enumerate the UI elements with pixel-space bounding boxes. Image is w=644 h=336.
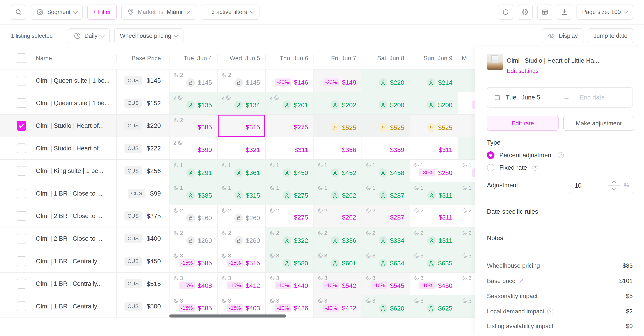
price-cell[interactable]: -20%$149 (314, 70, 362, 92)
partial-price-cell[interactable]: 2 (458, 227, 475, 250)
price-cell[interactable]: 1$262 (314, 182, 362, 205)
price-cell[interactable]: $315 (217, 115, 265, 137)
price-cell[interactable]: $200 (362, 92, 410, 114)
base-price-cell[interactable]: CUS$500 (116, 295, 169, 317)
partial-price-cell[interactable]: 2 (458, 205, 475, 227)
percent-adjustment-option[interactable]: Percent adjustment ? (487, 151, 564, 159)
day-header[interactable]: Sun, Jun 9 (410, 55, 458, 62)
partial-price-cell[interactable] (458, 137, 475, 160)
date-range-input[interactable]: Tue., June 5 → End date (487, 87, 633, 108)
price-cell[interactable]: 3-10%$422 (314, 295, 362, 317)
select-all-checkbox[interactable] (16, 53, 26, 63)
price-cell[interactable]: 3$634 (362, 250, 410, 272)
price-cell[interactable]: $202 (314, 92, 362, 114)
price-cell[interactable]: $214 (410, 70, 458, 92)
price-cell[interactable]: 3$625 (410, 295, 458, 317)
search-button[interactable] (11, 5, 26, 20)
price-cell[interactable]: -20%$146 (265, 70, 314, 92)
help-icon[interactable]: ? (558, 152, 564, 158)
price-cell[interactable]: $356 (314, 137, 362, 160)
end-date-placeholder[interactable]: End date (580, 94, 604, 101)
price-cell[interactable]: 2$311 (410, 227, 458, 250)
price-cell[interactable]: 2$260 (169, 205, 217, 227)
price-cell[interactable]: 2$336 (314, 227, 362, 250)
settings-button[interactable]: ⚙ (518, 5, 533, 20)
fixed-rate-option[interactable]: Fixed rate ? (487, 164, 538, 171)
price-cell[interactable]: 3-15%$315 (217, 250, 265, 272)
partial-price-cell[interactable] (458, 70, 475, 92)
price-cell[interactable]: 1$315 (217, 182, 265, 205)
price-cell[interactable]: 2$262 (314, 205, 362, 227)
base-price-cell[interactable]: CUS$256 (116, 160, 169, 182)
base-price-cell[interactable]: CUS$220 (116, 115, 169, 137)
listing-name-cell[interactable]: Olmi | 1 BR | Centrally... (0, 272, 116, 295)
price-cell[interactable]: 3-10%$450 (410, 272, 458, 295)
price-cell[interactable]: F$525 (410, 115, 458, 137)
price-cell[interactable]: 2$145 (217, 70, 265, 92)
price-cell[interactable]: $359 (362, 137, 410, 160)
price-cell[interactable]: 3$620 (362, 295, 410, 317)
make-adjustment-tab[interactable]: Make adjustment (563, 116, 634, 131)
start-date-value[interactable]: Tue., June 5 (506, 94, 540, 101)
stepper-down-button[interactable] (608, 186, 620, 193)
download-button[interactable] (557, 5, 572, 20)
listing-name-cell[interactable]: Olmi | Queen suite | 1 be... (0, 70, 116, 92)
base-price-cell[interactable]: CUS$222 (116, 137, 169, 160)
price-cell[interactable]: 2$275 (265, 205, 314, 227)
price-cell[interactable]: $275 (265, 115, 314, 137)
base-price-cell[interactable]: CUS$145 (116, 70, 169, 92)
date-specific-rules-section[interactable]: Date-specific rules (487, 208, 538, 215)
listing-name-cell[interactable]: Olmi | Studio | Heart of... (0, 137, 116, 160)
row-checkbox[interactable] (16, 143, 26, 153)
notes-section[interactable]: Notes (487, 234, 503, 242)
display-button[interactable]: Display (542, 28, 584, 44)
price-cell[interactable]: $311 (265, 137, 314, 160)
base-price-cell[interactable]: CUS$152 (116, 92, 169, 114)
partial-price-cell[interactable]: 3 (458, 250, 475, 272)
base-price-cell[interactable]: CUS$515 (116, 272, 169, 295)
base-price-cell[interactable]: CUS$450 (116, 250, 169, 272)
price-cell[interactable]: 3-10%$440 (265, 272, 314, 295)
jump-to-date-button[interactable]: Jump to date (588, 28, 633, 44)
edit-rate-tab[interactable]: Edit rate (487, 116, 558, 131)
price-cell[interactable]: 1$287 (362, 182, 410, 205)
price-cell[interactable]: 2$385 (169, 115, 217, 137)
partial-price-cell[interactable]: 3 (458, 272, 475, 295)
price-cell[interactable]: $220 (362, 70, 410, 92)
listing-name-cell[interactable]: Olmi | King suite | 1 be... (0, 160, 116, 182)
row-checkbox[interactable] (16, 166, 26, 176)
price-cell[interactable]: 1$450 (265, 160, 314, 182)
price-cell[interactable]: $321 (217, 137, 265, 160)
partial-price-cell[interactable]: 1 (458, 160, 475, 182)
price-cell[interactable]: 1$361 (217, 160, 265, 182)
price-cell[interactable]: 1$311 (410, 182, 458, 205)
price-cell[interactable]: $311 (410, 137, 458, 160)
day-header[interactable]: Fri, Jun 7 (314, 55, 362, 62)
price-cell[interactable]: F$525 (314, 115, 362, 137)
price-cell[interactable]: 3$635 (410, 250, 458, 272)
base-price-cell[interactable]: CUS$375 (116, 205, 169, 227)
price-cell[interactable]: 1$452 (314, 160, 362, 182)
help-icon[interactable]: ? (532, 165, 538, 171)
price-cell[interactable]: 2$145 (169, 70, 217, 92)
price-cell[interactable]: $200 (410, 92, 458, 114)
market-filter-chip[interactable]: Market is Miami × (121, 5, 196, 20)
price-cell[interactable]: 2$135 (169, 92, 217, 114)
base-price-cell[interactable]: CUS$400 (116, 227, 169, 250)
day-header[interactable]: Tue, Jun 4 (169, 55, 217, 62)
listing-name-cell[interactable]: Olmi | 1 BR | Centrally... (0, 295, 116, 317)
adjustment-value[interactable]: 10 (569, 178, 608, 193)
row-checkbox[interactable] (16, 121, 26, 131)
radio-unselected-icon[interactable] (487, 164, 494, 171)
granularity-dropdown[interactable]: Daily (68, 28, 110, 44)
price-cell[interactable]: 3-10%$545 (362, 272, 410, 295)
price-cell[interactable]: 2$260 (217, 205, 265, 227)
table-view-button[interactable] (537, 5, 552, 20)
price-cell[interactable]: F$525 (362, 115, 410, 137)
price-cell[interactable]: 2$201 (265, 92, 314, 114)
stepper-up-button[interactable] (608, 178, 620, 186)
horizontal-scrollbar[interactable] (169, 314, 286, 317)
price-cell[interactable]: 2$287 (362, 205, 410, 227)
price-cell[interactable]: 1-30%$280 (410, 160, 458, 182)
edit-settings-link[interactable]: Edit settings (507, 68, 538, 74)
